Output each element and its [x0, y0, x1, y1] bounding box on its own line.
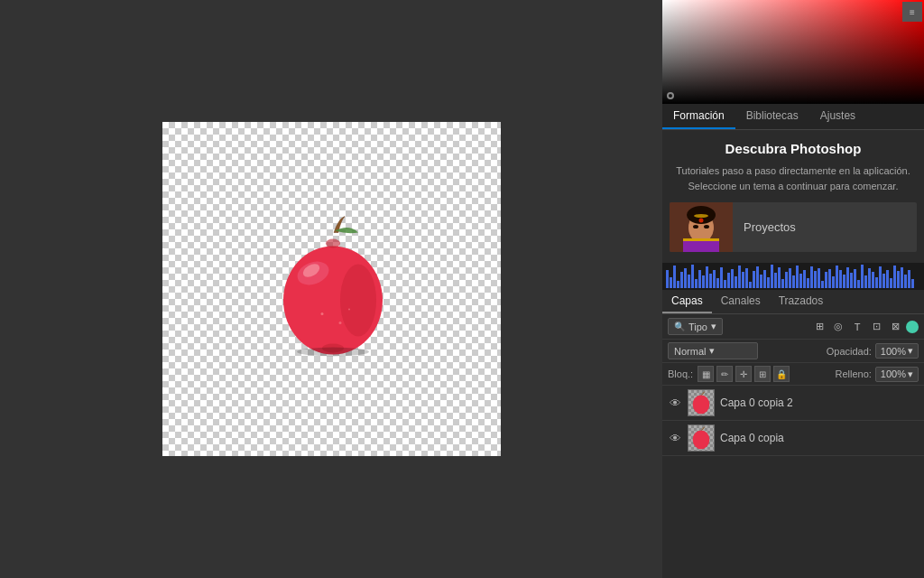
freq-bar — [720, 267, 723, 288]
opacity-value-text: 100% — [881, 346, 906, 357]
fill-input[interactable]: 100% ▾ — [875, 367, 919, 382]
svg-point-9 — [297, 348, 369, 357]
opacity-input[interactable]: 100% ▾ — [875, 343, 919, 359]
panel-top-button[interactable]: ≡ — [902, 2, 922, 22]
freq-bar — [908, 270, 910, 288]
project-label: Proyectos — [733, 220, 807, 234]
freq-bar — [727, 273, 730, 288]
freq-bar — [742, 272, 744, 288]
layer-name: Capa 0 copia 2 — [720, 396, 793, 409]
svg-point-16 — [694, 214, 708, 218]
lock-image-button[interactable]: ✏ — [716, 366, 733, 382]
freq-bar — [886, 270, 889, 288]
chevron-down-icon: ▾ — [709, 345, 715, 357]
apple-image — [268, 215, 394, 364]
freq-bar — [709, 274, 712, 288]
lock-artboard-button[interactable]: ⊞ — [754, 366, 771, 382]
freq-bar — [763, 270, 766, 288]
tab-trazados[interactable]: Trazados — [770, 290, 833, 313]
tab-formacion[interactable]: Formación — [662, 104, 735, 129]
tipo-dropdown[interactable]: 🔍 Tipo ▾ — [668, 318, 723, 335]
freq-bar — [756, 266, 759, 288]
freq-bar — [854, 269, 856, 288]
freq-bar — [666, 270, 669, 288]
blend-row: Normal ▾ Opacidad: 100% ▾ — [662, 340, 924, 363]
blend-mode-dropdown[interactable]: Normal ▾ — [668, 342, 758, 359]
freq-bar — [792, 275, 795, 288]
freq-bar — [882, 274, 885, 288]
freq-bar — [864, 275, 867, 288]
svg-point-19 — [693, 396, 710, 415]
tab-canales[interactable]: Canales — [712, 290, 770, 313]
color-picker-area: ≡ — [662, 0, 924, 104]
layers-tabs: Capas Canales Trazados — [662, 290, 924, 314]
learn-section: Descubra Photoshop Tutoriales paso a pas… — [662, 130, 924, 263]
freq-bar — [796, 266, 799, 288]
freq-bar — [868, 268, 871, 288]
layer-visibility-toggle[interactable]: 👁 — [668, 431, 682, 445]
layers-list: 👁 Capa 0 copia 2 👁 — [662, 386, 924, 578]
lock-pixels-button[interactable]: ▦ — [698, 366, 714, 382]
freq-bar — [825, 272, 827, 288]
freq-bar — [745, 268, 748, 288]
layer-icon-filter[interactable]: ⊠ — [887, 319, 903, 335]
chevron-down-icon: ▾ — [711, 321, 716, 332]
layer-name: Capa 0 copia — [720, 432, 784, 444]
layer-visibility-toggle[interactable]: 👁 — [668, 396, 682, 410]
freq-bar — [807, 278, 809, 288]
freq-bar — [702, 275, 705, 288]
svg-point-15 — [699, 219, 704, 223]
freq-bar — [713, 270, 716, 288]
freq-bar — [760, 275, 762, 288]
layer-icon-transform[interactable]: ⊡ — [868, 319, 884, 335]
layer-icon-img[interactable]: ⊞ — [811, 319, 827, 335]
freq-bar — [688, 275, 690, 288]
freq-bar — [684, 268, 687, 288]
tab-ajustes[interactable]: Ajustes — [809, 104, 866, 129]
freq-bar — [771, 265, 773, 288]
layer-icon-text[interactable]: T — [849, 319, 865, 335]
svg-point-8 — [348, 309, 350, 311]
svg-point-20 — [693, 431, 710, 450]
freq-bar — [695, 279, 698, 288]
tipo-label: Tipo — [688, 322, 707, 332]
blend-mode-label: Normal — [674, 346, 706, 357]
project-card[interactable]: Proyectos — [670, 202, 917, 252]
freq-bar — [691, 265, 694, 288]
freq-bar — [875, 277, 878, 288]
freq-bar — [846, 267, 849, 288]
freq-bar — [677, 281, 679, 288]
freq-bar — [778, 267, 781, 288]
freq-bar — [731, 269, 734, 288]
lock-all-button[interactable]: 🔒 — [773, 366, 790, 382]
svg-point-4 — [326, 239, 340, 248]
svg-point-2 — [340, 265, 376, 337]
svg-point-13 — [693, 225, 698, 228]
freq-bar — [861, 265, 864, 288]
freq-bar — [673, 266, 676, 288]
canvas — [162, 122, 501, 456]
tab-bibliotecas[interactable]: Bibliotecas — [735, 104, 809, 129]
fill-value-text: 100% — [881, 368, 906, 379]
tab-capas[interactable]: Capas — [662, 290, 712, 313]
freq-bar — [839, 270, 842, 288]
layer-thumbnail — [688, 389, 715, 416]
freq-bar — [799, 274, 802, 288]
freq-bar — [810, 266, 813, 288]
lock-position-button[interactable]: ✛ — [735, 366, 752, 382]
freq-bar — [890, 278, 892, 288]
layer-item[interactable]: 👁 Capa 0 copia — [662, 421, 924, 456]
opacity-group: Opacidad: 100% ▾ — [827, 343, 919, 359]
layer-icon-circle[interactable]: ◎ — [830, 319, 846, 335]
freq-bar — [911, 279, 914, 288]
learn-desc: Tutoriales paso a paso directamente en l… — [670, 163, 917, 193]
learn-title: Descubra Photoshop — [670, 141, 917, 156]
freq-bar — [774, 273, 777, 288]
chevron-down-icon: ▾ — [908, 368, 913, 380]
frequency-bars — [662, 263, 924, 290]
lock-label: Bloq.: — [668, 368, 693, 379]
svg-point-6 — [321, 312, 324, 315]
project-thumbnail — [670, 202, 733, 252]
layer-item[interactable]: 👁 Capa 0 copia 2 — [662, 386, 924, 421]
layer-indicator — [906, 321, 919, 333]
